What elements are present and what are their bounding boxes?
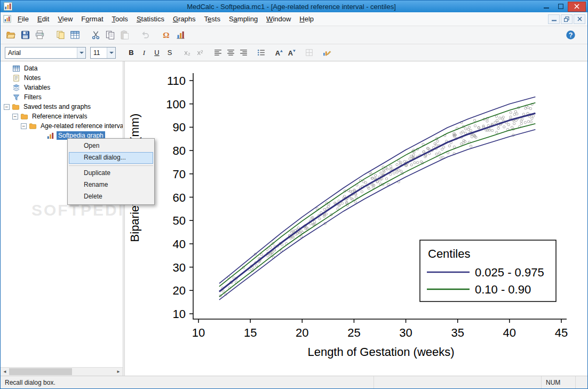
context-menu-item-rename[interactable]: Rename [68,179,154,191]
graph-edit-icon [176,30,186,40]
cell-format-button[interactable] [303,46,315,59]
menu-tests[interactable]: Tests [200,13,225,25]
underline-button[interactable]: U [150,46,163,59]
menu-window[interactable]: Window [262,13,295,25]
strikethrough-button[interactable]: S [163,46,176,59]
tree-item-saved-tests-and-graphs[interactable]: −Saved tests and graphs [1,102,123,112]
save-button[interactable] [18,28,33,42]
align-right-icon [239,48,248,57]
minimize-button[interactable] [539,2,553,12]
align-center-button[interactable] [224,46,237,59]
tree-item-filters[interactable]: Filters [1,92,123,102]
print-button[interactable] [33,28,47,42]
mdi-minimize-button[interactable] [548,14,560,24]
svg-text:Ω: Ω [163,30,169,39]
svg-text:Centiles: Centiles [428,247,470,260]
svg-text:15: 15 [244,326,257,339]
bold-button[interactable]: B [125,46,138,59]
graph-wizard-button[interactable] [173,28,188,42]
collapse-icon[interactable]: − [21,123,27,129]
superscript-button[interactable]: x² [194,46,206,59]
open-file-button[interactable] [4,28,18,42]
close-icon [574,4,579,9]
context-menu-item-recall-dialog[interactable]: Recall dialog... [69,152,153,164]
spreadsheet-button[interactable] [68,28,82,42]
duplicate-document-button[interactable] [53,28,68,42]
menu-file[interactable]: File [13,13,33,25]
resize-grip[interactable] [576,376,587,388]
tree-horizontal-scrollbar[interactable]: ◄ ► [1,367,123,376]
list-icon [257,48,266,57]
subscript-button[interactable]: x₂ [181,46,194,59]
scrollbar-track[interactable] [9,368,114,376]
help-icon: ? [566,30,576,40]
align-right-button[interactable] [237,46,250,59]
svg-text:30: 30 [399,326,412,339]
paste-button[interactable] [117,28,132,42]
italic-button[interactable]: I [138,46,150,59]
align-left-button[interactable] [211,46,224,59]
copy-button[interactable] [103,28,117,42]
graph-options-icon [322,48,331,57]
menu-tools[interactable]: Tools [108,13,132,25]
font-name-select[interactable]: Arial [5,47,86,59]
folder-icon [29,122,37,130]
scroll-left-icon[interactable]: ◄ [1,368,9,376]
font-size-select[interactable]: 11 [90,47,116,59]
titlebar: MedCalc - Softpedia.mc1 - [Age-related r… [1,1,587,12]
tree-item-label: Notes [22,74,42,82]
graph-options-button[interactable] [320,46,333,59]
align-left-icon [213,48,223,57]
context-menu-item-open[interactable]: Open [68,140,154,152]
menu-view[interactable]: View [53,13,77,25]
cut-button[interactable] [89,28,103,42]
close-button[interactable] [568,2,586,12]
collapse-icon[interactable]: − [4,104,10,110]
scroll-right-icon[interactable]: ► [114,368,123,376]
copy-icon [105,30,115,40]
mdi-minimize-icon [552,17,557,21]
chart-pane: 1015202530354045102030405060708090100110… [125,61,587,376]
mdi-restore-button[interactable] [561,14,573,24]
tree-item-label: Variables [22,83,52,92]
menu-help[interactable]: Help [295,13,318,25]
tree-item-age-related-reference-interval[interactable]: −Age-related reference interval [1,121,123,131]
tree-item-reference-intervals[interactable]: −Reference intervals [1,112,123,121]
font-increase-icon: A [274,48,283,57]
data-table-icon [12,65,20,73]
list-button[interactable] [255,46,267,59]
context-menu: OpenRecall dialog...DuplicateRenameDelet… [67,138,155,205]
bar-graph-icon [46,132,54,140]
decrease-font-button[interactable]: A [285,46,298,59]
scrollbar-thumb[interactable] [9,368,72,375]
undo-button[interactable] [138,28,153,42]
increase-font-button[interactable]: A [272,46,285,59]
paste-icon [120,30,130,40]
maximize-button[interactable] [553,2,568,12]
tree-item-data[interactable]: Data [1,63,123,73]
medcalc-app-icon[interactable] [4,2,12,11]
folder-icon [20,113,28,121]
menu-statistics[interactable]: Statistics [132,13,169,25]
minimize-icon [544,4,549,9]
status-spacer [374,376,542,388]
tree-item-variables[interactable]: Variables [1,83,123,92]
svg-text:25: 25 [347,326,360,339]
mdi-close-button[interactable] [574,14,585,24]
num-lock-indicator: NUM [542,376,576,388]
tree-item-label: Reference intervals [30,112,89,121]
cell-format-icon [305,48,314,57]
tree-item-label: Data [22,64,39,73]
menu-format[interactable]: Format [77,13,107,25]
context-menu-item-duplicate[interactable]: Duplicate [68,168,154,179]
tree-item-notes[interactable]: Notes [1,73,123,83]
context-menu-item-delete[interactable]: Delete [68,191,154,203]
mdi-child-icon[interactable] [3,15,11,23]
insert-symbol-button[interactable]: Ω [159,28,173,42]
help-button[interactable]: ? [563,28,578,42]
collapse-icon[interactable]: − [12,114,18,120]
menu-edit[interactable]: Edit [33,13,53,25]
project-tree-panel: DataNotesVariablesFilters−Saved tests an… [1,61,123,376]
menu-sampling[interactable]: Sampling [225,13,262,25]
menu-graphs[interactable]: Graphs [169,13,200,25]
